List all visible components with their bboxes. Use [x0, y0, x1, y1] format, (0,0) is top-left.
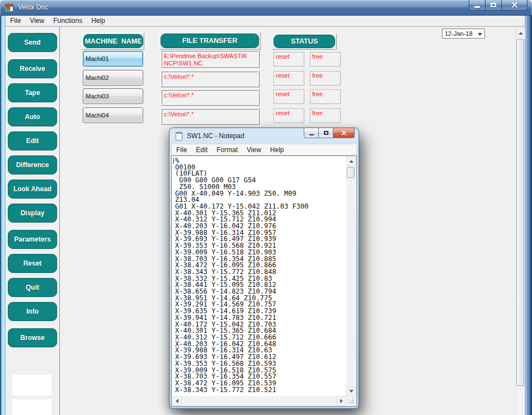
notepad-menu-edit[interactable]: Edit	[191, 144, 212, 155]
sidebar-button-browse[interactable]: Browse	[8, 328, 57, 347]
sidebar-button-edit[interactable]: Edit	[8, 131, 57, 150]
screen: Velox Dnc File View Functions Help Send …	[0, 0, 532, 415]
file-transfer-path-1: E:\Pendrive Backup\SWASTIK NCP\SW1.NC	[162, 51, 258, 67]
sidebar-button-reset[interactable]: Reset	[8, 254, 57, 273]
notepad-menu-format[interactable]: Format	[212, 144, 242, 155]
close-button[interactable]	[502, 0, 528, 11]
file-transfer-path-4: c:\Velox\*.*	[162, 109, 258, 124]
sidebar-button-send[interactable]: Send	[8, 33, 57, 52]
notepad-window: SW1.NC - Notepad File Edit Format View H…	[170, 128, 359, 408]
scroll-down-icon	[349, 390, 354, 393]
notepad-edit-frame: % O0100 (10FLAT) G90 G80 G00 G17 G54 Z50…	[171, 155, 357, 407]
scroll-left-icon	[176, 399, 178, 403]
machine-button-machi03[interactable]: Machi03	[83, 88, 143, 104]
maximize-button[interactable]	[486, 0, 502, 11]
notepad-scroll-left-button[interactable]	[172, 396, 182, 405]
machine-name-header: MACHINE NAME	[83, 34, 143, 48]
sidebar-button-info[interactable]: Info	[8, 302, 57, 321]
status-reset-2: reset	[274, 71, 304, 86]
maximize-icon	[324, 131, 328, 135]
notepad-title: SW1.NC - Notepad	[187, 132, 244, 140]
status-free-4: free	[310, 109, 341, 123]
status-header: STATUS	[274, 35, 335, 48]
file-transfer-path-3: c:\Velox\*.*	[162, 90, 258, 105]
sidebar-separator	[7, 57, 58, 58]
chevron-down-icon	[478, 33, 482, 36]
file-transfer-header: FILE TRANSFER	[161, 34, 259, 48]
notepad-close-button[interactable]	[333, 128, 355, 138]
date-value: 12-Jan-18	[445, 30, 473, 37]
machine-button-machi01[interactable]: Machi01	[83, 51, 143, 67]
sidebar-button-look-ahead[interactable]: Look Ahead	[8, 180, 57, 199]
sidebar-button-auto[interactable]: Auto	[8, 107, 57, 126]
notepad-maximize-button[interactable]	[319, 128, 333, 138]
menu-file[interactable]: File	[6, 16, 25, 26]
file-transfer-field-1[interactable]: E:\Pendrive Backup\SWASTIK NCP\SW1.NC	[161, 50, 260, 68]
file-transfer-field-3[interactable]: c:\Velox\*.*	[161, 89, 260, 106]
notepad-titlebar[interactable]: SW1.NC - Notepad	[170, 128, 359, 144]
close-icon	[511, 1, 519, 9]
window-border-left	[0, 16, 6, 415]
blank-display-field	[12, 375, 51, 395]
notepad-minimize-button[interactable]	[304, 128, 319, 138]
notepad-menu-file[interactable]: File	[172, 144, 191, 155]
file-transfer-path-2: c:\Velox\*.*	[162, 72, 258, 86]
menu-functions[interactable]: Functions	[49, 16, 87, 26]
status-free-2: free	[310, 71, 341, 86]
window-border-right	[525, 16, 532, 415]
status-free-3: free	[310, 89, 341, 104]
minimize-button[interactable]	[469, 0, 486, 11]
sidebar-button-difference[interactable]: Difference	[8, 155, 57, 175]
titlebar[interactable]: Velox Dnc	[0, 0, 532, 16]
resize-grip[interactable]	[346, 396, 356, 405]
maximize-icon	[491, 3, 496, 7]
text-caret	[173, 158, 174, 164]
notepad-icon	[176, 132, 182, 140]
status-reset-1: reset	[274, 52, 304, 67]
status-reset-3: reset	[274, 89, 304, 104]
blank-display-field	[12, 399, 51, 415]
app-icon	[5, 4, 13, 12]
notepad-scroll-right-button[interactable]	[337, 396, 346, 405]
status-reset-4: reset	[274, 109, 304, 123]
scroll-up-icon	[349, 160, 354, 163]
sidebar-button-parameters[interactable]: Parameters	[8, 230, 57, 249]
menu-help[interactable]: Help	[87, 16, 110, 26]
notepad-text: % O0100 (10FLAT) G90 G80 G00 G17 G54 Z50…	[172, 157, 346, 393]
scroll-right-icon	[340, 399, 343, 403]
sidebar-button-quit[interactable]: Quit	[8, 278, 57, 297]
menubar: File View Functions Help	[6, 16, 525, 26]
menu-view[interactable]: View	[25, 16, 49, 26]
window-controls	[469, 0, 528, 11]
sidebar: Send Receive Tape Auto Edit Difference L…	[6, 27, 60, 415]
notepad-menu-view[interactable]: View	[242, 144, 266, 155]
sidebar-separator	[7, 326, 58, 327]
main-vertical-scrollbar[interactable]	[515, 29, 525, 415]
sidebar-button-receive[interactable]: Receive	[8, 59, 57, 78]
scroll-up-icon	[519, 32, 523, 35]
file-transfer-field-4[interactable]: c:\Velox\*.*	[161, 108, 260, 125]
notepad-vscroll-thumb[interactable]	[347, 167, 355, 178]
scroll-up-button[interactable]	[516, 29, 525, 38]
scrollbar-thumb[interactable]	[516, 39, 524, 386]
date-dropdown[interactable]: 12-Jan-18	[442, 29, 485, 39]
window-title: Velox Dnc	[18, 3, 48, 11]
notepad-menubar: File Edit Format View Help	[171, 144, 357, 155]
file-transfer-field-2[interactable]: c:\Velox\*.*	[161, 70, 260, 87]
notepad-scroll-up-button[interactable]	[346, 157, 356, 166]
machine-button-machi04[interactable]: Machi04	[83, 107, 143, 123]
minimize-icon	[474, 6, 480, 8]
notepad-text-area[interactable]: % O0100 (10FLAT) G90 G80 G00 G17 G54 Z50…	[172, 157, 346, 396]
sidebar-button-display[interactable]: Display	[8, 204, 57, 223]
machine-button-machi02[interactable]: Machi02	[83, 70, 143, 86]
close-icon	[341, 130, 347, 136]
notepad-menu-help[interactable]: Help	[266, 144, 289, 155]
notepad-window-controls	[304, 128, 355, 138]
minimize-icon	[309, 134, 314, 135]
sidebar-separator	[7, 228, 58, 228]
notepad-vertical-scrollbar[interactable]	[346, 157, 356, 396]
status-free-1: free	[310, 52, 341, 67]
notepad-horizontal-scrollbar[interactable]	[172, 396, 346, 405]
notepad-scroll-down-button[interactable]	[346, 386, 356, 396]
sidebar-button-tape[interactable]: Tape	[8, 83, 57, 102]
